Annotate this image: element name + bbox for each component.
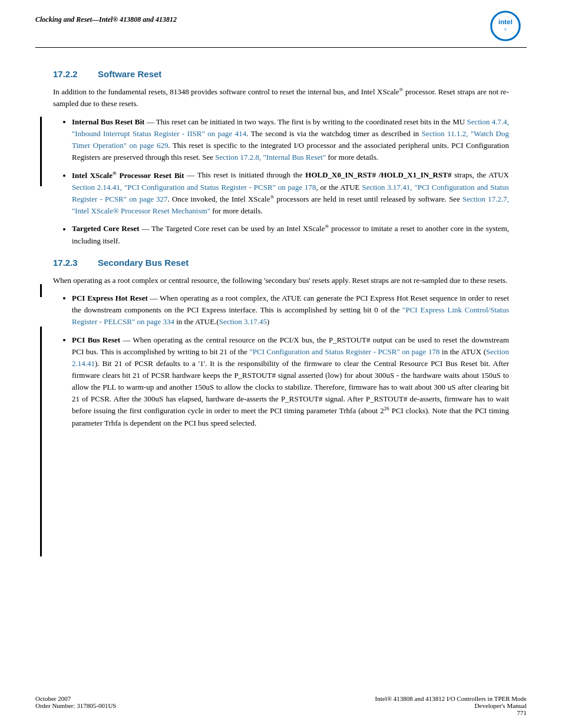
section-17-2-3: 17.2.3 Secondary Bus Reset When operatin… — [53, 258, 509, 429]
footer-manual: Developer's Manual — [375, 702, 527, 709]
section-17-2-3-num: 17.2.3 — [53, 258, 88, 268]
link-section-3-17-45[interactable]: Section 3.17.45 — [219, 317, 267, 326]
footer: October 2007 Order Number: 317805-001US … — [0, 695, 562, 716]
page: Clocking and Reset—Intel® 413808 and 413… — [0, 0, 562, 728]
section-17-2-2-body: In addition to the fundamental resets, 8… — [53, 86, 509, 247]
bullet-internal-bus-reset: Internal Bus Reset Bit — This reset can … — [72, 116, 509, 164]
section-17-2-2-bullets: Internal Bus Reset Bit — This reset can … — [72, 116, 509, 247]
footer-product: Intel® 413808 and 413812 I/O Controllers… — [375, 695, 527, 702]
bullet-pci-express-hot-reset: PCI Express Hot Reset — When operating a… — [72, 292, 509, 328]
section-17-2-3-body: When operating as a root complex or cent… — [53, 275, 509, 429]
svg-text:®: ® — [504, 28, 507, 31]
link-pelcsr[interactable]: "PCI Express Link Control/Status Registe… — [72, 305, 509, 326]
link-pcsr-178[interactable]: "PCI Configuration and Status Register -… — [250, 347, 440, 356]
bullet-label-pci-express-hot-reset: PCI Express Hot Reset — [72, 294, 148, 302]
section-17-2-3-heading: 17.2.3 Secondary Bus Reset — [53, 258, 509, 268]
footer-left: October 2007 Order Number: 317805-001US — [35, 695, 116, 716]
bullet-targeted-core-reset: Targeted Core Reset — The Targeted Core … — [72, 223, 509, 247]
bullet-label-internal-bus-reset: Internal Bus Reset Bit — [72, 117, 144, 126]
footer-date: October 2007 — [35, 695, 116, 702]
bullet-label-xscale-reset: Intel XScale® Processor Reset Bit — [72, 171, 184, 180]
section-17-2-2-heading: 17.2.2 Software Reset — [53, 69, 509, 79]
left-bar-3 — [40, 327, 42, 556]
section-17-2-2-num: 17.2.2 — [53, 69, 88, 79]
header-title: Clocking and Reset—Intel® 413808 and 413… — [35, 11, 177, 24]
section-17-2-2: 17.2.2 Software Reset In addition to the… — [53, 69, 509, 247]
svg-text:intel: intel — [498, 18, 513, 25]
intel-logo-icon: intel ® — [484, 11, 527, 41]
bullet-label-targeted-core-reset: Targeted Core Reset — [72, 225, 140, 233]
bullet-pci-bus-reset: PCI Bus Reset — When operating as the ce… — [72, 334, 509, 429]
content-area: 17.2.2 Software Reset In addition to the… — [0, 52, 562, 447]
section-17-2-3-bullets: PCI Express Hot Reset — When operating a… — [72, 292, 509, 429]
bullet-xscale-reset: Intel XScale® Processor Reset Bit — This… — [72, 169, 509, 217]
section-17-2-2-intro: In addition to the fundamental resets, 8… — [53, 86, 509, 110]
footer-page: 771 — [375, 709, 527, 716]
header: Clocking and Reset—Intel® 413808 and 413… — [0, 0, 562, 47]
footer-right: Intel® 413808 and 413812 I/O Controllers… — [375, 695, 527, 716]
left-bar-1 — [40, 117, 42, 186]
header-divider — [35, 47, 527, 48]
link-internal-bus-reset[interactable]: Section 17.2.8, "Internal Bus Reset" — [215, 153, 326, 162]
section-17-2-3-intro: When operating as a root complex or cent… — [53, 275, 509, 286]
section-17-2-2-title: Software Reset — [98, 69, 161, 79]
footer-order: Order Number: 317805-001US — [35, 702, 116, 709]
left-bar-2 — [40, 284, 42, 297]
section-17-2-3-title: Secondary Bus Reset — [98, 258, 189, 268]
bullet-label-pci-bus-reset: PCI Bus Reset — [72, 335, 120, 344]
link-atux-pcsr[interactable]: Section 2.14.41, "PCI Configuration and … — [72, 183, 316, 192]
svg-point-0 — [491, 12, 520, 40]
